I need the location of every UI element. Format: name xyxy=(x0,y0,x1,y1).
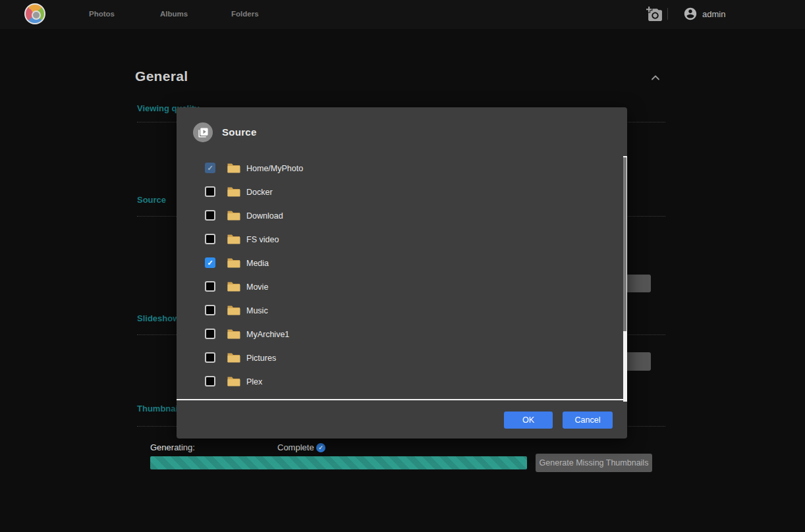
folder-label: Docker xyxy=(246,188,273,197)
folder-icon xyxy=(227,329,240,339)
cancel-button[interactable]: Cancel xyxy=(563,412,613,429)
folder-icon xyxy=(227,186,240,197)
add-photo-icon[interactable] xyxy=(646,6,663,22)
folder-checkbox[interactable] xyxy=(205,163,215,173)
ok-button[interactable]: OK xyxy=(504,412,553,429)
folder-checkbox[interactable] xyxy=(205,305,215,315)
scrollbar-thumb[interactable] xyxy=(623,157,626,331)
folder-icon xyxy=(227,400,240,400)
folder-list: Home/MyPhoto Docker Download xyxy=(177,156,627,400)
folder-label: Movie xyxy=(246,282,268,292)
section-label-slideshow: Slideshow xyxy=(137,313,179,323)
folder-label: Music xyxy=(246,306,268,315)
folder-label: Pictures xyxy=(246,354,276,363)
generating-label: Generating: xyxy=(150,442,195,452)
folder-row[interactable] xyxy=(177,393,627,400)
folder-icon xyxy=(227,352,240,363)
folder-label: FS video xyxy=(246,235,279,244)
folder-checkbox[interactable] xyxy=(205,352,215,363)
account-icon[interactable] xyxy=(683,7,698,21)
app-root: Photos Albums Folders admin General View… xyxy=(0,0,805,532)
folder-row[interactable]: Pictures xyxy=(177,346,627,369)
folder-row[interactable]: Music xyxy=(177,298,627,322)
tab-folders[interactable]: Folders xyxy=(231,10,259,18)
folder-checkbox[interactable] xyxy=(205,257,215,268)
folder-checkbox[interactable] xyxy=(205,400,215,400)
folder-label: Media xyxy=(246,259,269,268)
folder-icon xyxy=(227,257,240,268)
folder-icon xyxy=(227,163,240,173)
folder-label: Home/MyPhoto xyxy=(246,164,303,173)
generate-missing-thumbnails-button[interactable]: Generate Missing Thumbnails xyxy=(536,454,652,472)
folder-icon xyxy=(227,281,240,292)
folder-icon xyxy=(227,234,240,244)
folder-icon xyxy=(227,376,240,386)
section-label-source: Source xyxy=(137,195,166,205)
folder-icon xyxy=(227,210,240,221)
folder-checkbox[interactable] xyxy=(205,376,215,386)
folder-label: Download xyxy=(246,211,283,221)
dialog-title: Source xyxy=(222,126,257,138)
generating-status: Complete xyxy=(277,442,314,452)
folder-checkbox[interactable] xyxy=(205,210,215,221)
scrollbar-track[interactable] xyxy=(623,156,627,402)
video-library-icon xyxy=(193,122,213,142)
tab-photos[interactable]: Photos xyxy=(89,10,115,18)
folder-icon xyxy=(227,305,240,315)
navbar: Photos Albums Folders admin xyxy=(0,0,805,29)
folder-row[interactable]: MyArchive1 xyxy=(177,322,627,346)
complete-check-badge-icon: ✓ xyxy=(316,443,325,452)
folder-row[interactable]: FS video xyxy=(177,227,627,251)
navbar-divider xyxy=(667,8,668,20)
app-logo-icon[interactable] xyxy=(24,3,45,24)
page-title: General xyxy=(135,68,188,84)
folder-row[interactable]: Docker xyxy=(177,180,627,203)
folder-row[interactable]: Media xyxy=(177,251,627,275)
folder-label: Plex xyxy=(246,377,262,386)
source-dialog: Source Home/MyPhoto Docker xyxy=(177,107,627,439)
folder-row[interactable]: Plex xyxy=(177,369,627,393)
folder-checkbox[interactable] xyxy=(205,281,215,292)
username-label[interactable]: admin xyxy=(702,9,725,19)
tab-albums[interactable]: Albums xyxy=(160,10,188,18)
folder-label: MyArchive1 xyxy=(246,330,289,339)
thumbnail-progress-bar xyxy=(150,456,527,469)
folder-row[interactable]: Download xyxy=(177,203,627,227)
folder-checkbox[interactable] xyxy=(205,234,215,244)
folder-checkbox[interactable] xyxy=(205,329,215,339)
folder-row[interactable]: Movie xyxy=(177,275,627,298)
folder-row[interactable]: Home/MyPhoto xyxy=(177,156,627,180)
chevron-up-icon[interactable] xyxy=(649,71,662,84)
folder-checkbox[interactable] xyxy=(205,186,215,197)
